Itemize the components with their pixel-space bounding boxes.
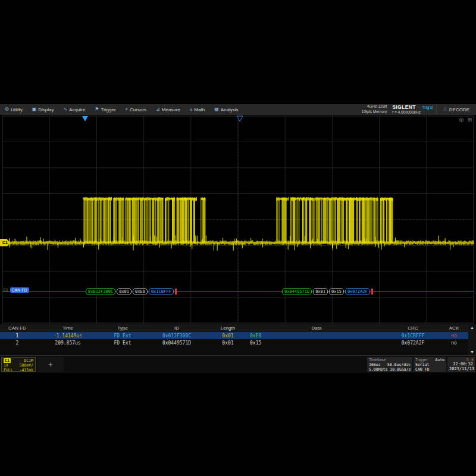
scroll-down-icon[interactable]: ▼ bbox=[470, 350, 474, 354]
menu-display-label: Display bbox=[38, 107, 54, 112]
frame-id-field: 0x012F300C bbox=[86, 288, 115, 295]
timebase-delay: 166us bbox=[369, 362, 381, 367]
bus-protocol-badge[interactable]: CAN FD bbox=[10, 287, 29, 293]
timebase-box[interactable]: Timebase 166us 50.0us/div 5.00Mpts 10.0G… bbox=[367, 357, 412, 372]
table-scrollbar: ▲ ▼ bbox=[468, 324, 476, 355]
bandwidth-label: 4GHz-12Bit bbox=[362, 104, 387, 109]
row-ack: no bbox=[439, 333, 469, 339]
decode-bus-label: S1 CAN FD bbox=[3, 287, 29, 293]
waveform-plot bbox=[0, 115, 476, 324]
decoded-frame-2[interactable]: 0x0449571D 0x01 0x15 0x072A2F bbox=[282, 288, 373, 295]
menu-trigger-label: Trigger bbox=[101, 107, 116, 112]
col-header-canfd: CAN FD bbox=[0, 325, 35, 331]
scroll-up-icon[interactable]: ▲ bbox=[470, 325, 474, 330]
col-header-id: ID bbox=[144, 325, 209, 331]
decode-table-header: CAN FD Time Type ID Length Data CRC ACK bbox=[0, 324, 476, 332]
trigger-box[interactable]: Trigger Auto Serial CAN FD bbox=[414, 357, 446, 372]
menu-math[interactable]: ± Math bbox=[185, 104, 209, 115]
display-corner-icons: ◎ ⊞ bbox=[459, 117, 472, 123]
menu-math-label: Math bbox=[194, 107, 205, 112]
trigger-delay-marker[interactable] bbox=[82, 116, 88, 121]
decode-button-label: DECODE bbox=[449, 107, 469, 112]
frame-data-field: 0x15 bbox=[329, 288, 344, 295]
timebase-samplerate: 10.0GSa/s bbox=[390, 367, 411, 372]
menu-cursors[interactable]: ⌖ Cursors bbox=[121, 104, 152, 115]
trigger-mode: Auto bbox=[435, 358, 444, 362]
row-time: -1.14149us bbox=[35, 333, 101, 339]
status-icon-a: ⊟ bbox=[466, 358, 469, 362]
row-time: 209.857us bbox=[35, 340, 101, 346]
col-header-data: Data bbox=[246, 325, 387, 331]
menu-acquire[interactable]: ∿ Acquire bbox=[59, 104, 90, 115]
header-right-cluster: 4GHz-12Bit 1Gpts Memory SIGLENT Trig'd f… bbox=[362, 104, 476, 115]
acquire-wave-icon: ∿ bbox=[64, 107, 68, 112]
row-crc: 0x1CBFFF bbox=[387, 333, 439, 339]
clock-date: 2023/11/13 bbox=[449, 367, 473, 371]
row-index: 2 bbox=[0, 340, 35, 346]
trigger-flag-icon: ⚑ bbox=[95, 107, 99, 112]
col-header-length: Length bbox=[209, 325, 246, 331]
frequency-counter-readout: f = 4.000000kHz bbox=[392, 110, 433, 115]
menu-measure[interactable]: ⊿ Measure bbox=[151, 104, 185, 115]
decode-bus-line bbox=[2, 291, 474, 292]
scope-spec-readout: 4GHz-12Bit 1Gpts Memory bbox=[362, 104, 387, 115]
channel-probe: 1X bbox=[4, 363, 8, 368]
status-icon-b: ◨ bbox=[471, 358, 473, 362]
col-header-type: Type bbox=[101, 325, 144, 331]
row-ack: no bbox=[439, 340, 469, 346]
snapshot-icon[interactable]: ◎ bbox=[459, 117, 464, 123]
menu-utility-label: Utility bbox=[11, 107, 23, 112]
math-icon: ± bbox=[190, 107, 192, 112]
row-type: FD Ext bbox=[101, 333, 144, 339]
decoded-frame-1[interactable]: 0x012F300C 0x01 0xE8 0x1CBFFF bbox=[86, 288, 177, 295]
cursors-icon: ⌖ bbox=[126, 107, 129, 112]
table-row-2[interactable]: 2 209.857us FD Ext 0x0449571D 0x01 0x15 … bbox=[0, 339, 476, 346]
col-header-ack: ACK bbox=[439, 325, 469, 331]
row-id: 0x012F300C bbox=[144, 333, 209, 339]
status-bar: C1 DC1M 1X 500mV/ FULL -415mV + Timebase… bbox=[0, 355, 476, 373]
crosshair-icon: + bbox=[48, 361, 52, 369]
memory-label: 1Gpts Memory bbox=[362, 109, 387, 115]
row-data: 0x15 bbox=[246, 340, 387, 346]
expand-icon[interactable]: ⊞ bbox=[467, 117, 472, 123]
row-crc: 0x072A2F bbox=[387, 340, 439, 346]
timebase-label: Timebase bbox=[369, 358, 386, 362]
trigger-type: Serial bbox=[415, 362, 429, 367]
menu-trigger[interactable]: ⚑ Trigger bbox=[90, 104, 120, 115]
frame-crc-field: 0x1CBFFF bbox=[149, 288, 174, 295]
menu-cursors-label: Cursors bbox=[130, 107, 146, 112]
display-icon: ▣ bbox=[32, 107, 37, 112]
frame-data-field: 0xE8 bbox=[133, 288, 148, 295]
frame-crc-field: 0x072A2F bbox=[345, 288, 370, 295]
frame-id-field: 0x0449571D bbox=[282, 288, 312, 295]
pan-indicator-box[interactable]: + bbox=[37, 357, 64, 372]
timebase-points: 5.00Mpts bbox=[369, 367, 387, 372]
gear-icon: ⚙ bbox=[5, 107, 9, 112]
trigger-label: Trigger bbox=[415, 358, 427, 362]
frame-length-field: 0x01 bbox=[313, 288, 328, 295]
menu-analysis-label: Analysis bbox=[221, 107, 239, 112]
table-row-1[interactable]: 1 -1.14149us FD Ext 0x012F300C 0x01 0xE8… bbox=[0, 332, 476, 339]
decode-table: CAN FD Time Type ID Length Data CRC ACK … bbox=[0, 324, 476, 355]
channel-scale: 500mV/ bbox=[20, 363, 33, 368]
menu-utility[interactable]: ⚙ Utility bbox=[0, 104, 27, 115]
frame-length-field: 0x01 bbox=[117, 288, 131, 295]
channel1-info-box[interactable]: C1 DC1M 1X 500mV/ FULL -415mV bbox=[1, 357, 36, 372]
clock-time: 22:00:32 bbox=[449, 362, 473, 367]
brand-status-box: SIGLENT Trig'd f = 4.000000kHz bbox=[392, 104, 433, 115]
row-data: 0xE8 bbox=[246, 333, 387, 339]
menu-display[interactable]: ▣ Display bbox=[27, 104, 59, 115]
menu-analysis[interactable]: ▦ Analysis bbox=[209, 104, 243, 115]
measure-icon: ⊿ bbox=[156, 107, 160, 112]
decode-button[interactable]: ⎍ DECODE bbox=[436, 104, 476, 115]
timebase-scale: 50.0us/div bbox=[387, 362, 411, 367]
trigger-status-badge: Trig'd bbox=[422, 105, 433, 110]
frame-ack-mark bbox=[175, 289, 177, 295]
waveform-display-area: ◎ ⊞ C1 S1 CAN FD 0x012F300C 0x01 0xE8 0x… bbox=[0, 115, 476, 324]
channel-bandwidth: FULL bbox=[4, 368, 13, 372]
channel-coupling: DC1M bbox=[24, 358, 33, 363]
clock-box[interactable]: ⊟ ◨ 22:00:32 2023/11/13 bbox=[447, 357, 475, 372]
menu-measure-label: Measure bbox=[162, 107, 180, 112]
row-type: FD Ext bbox=[101, 340, 144, 346]
col-header-time: Time bbox=[35, 325, 101, 331]
